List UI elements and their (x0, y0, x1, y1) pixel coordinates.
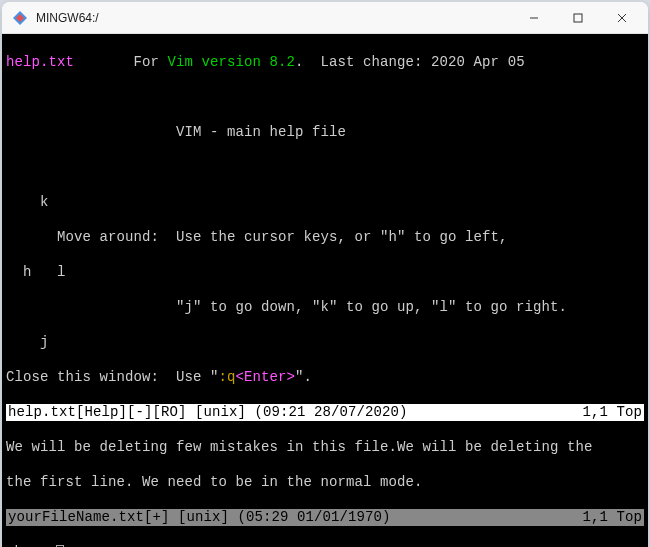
command-line[interactable]: :h :wq (6, 544, 644, 548)
window-top: MINGW64:/ help.txt For Vim version 8.2. … (2, 2, 648, 547)
cmd-q: :q (219, 369, 236, 385)
terminal-top[interactable]: help.txt For Vim version 8.2. Last chang… (2, 34, 648, 547)
move-around-line: Move around: Use the cursor keys, or "h"… (6, 229, 644, 247)
window-controls (512, 3, 644, 33)
key-k: k (6, 194, 644, 212)
buffer-line-2: the first line. We need to be in the nor… (6, 474, 644, 492)
titlebar[interactable]: MINGW64:/ (2, 2, 648, 34)
key-hl: h l (6, 264, 644, 282)
minimize-button[interactable] (512, 3, 556, 33)
mingw-icon (12, 10, 28, 26)
close-button[interactable] (600, 3, 644, 33)
key-j: j (6, 334, 644, 352)
help-filename: help.txt (6, 54, 74, 70)
window-title: MINGW64:/ (36, 11, 512, 25)
buffer-line-1: We will be deleting few mistakes in this… (6, 439, 644, 457)
jk-line: "j" to go down, "k" to go up, "l" to go … (6, 299, 644, 317)
maximize-button[interactable] (556, 3, 600, 33)
status-yourfile: yourFileName.txt[+] [unix] (05:29 01/01/… (6, 509, 644, 527)
enter-key: <Enter> (236, 369, 296, 385)
main-help-heading: VIM - main help file (176, 124, 346, 140)
status-help: help.txt[Help][-][RO] [unix] (09:21 28/0… (6, 404, 644, 422)
vim-version: Vim version 8.2 (168, 54, 296, 70)
svg-rect-3 (574, 14, 582, 22)
